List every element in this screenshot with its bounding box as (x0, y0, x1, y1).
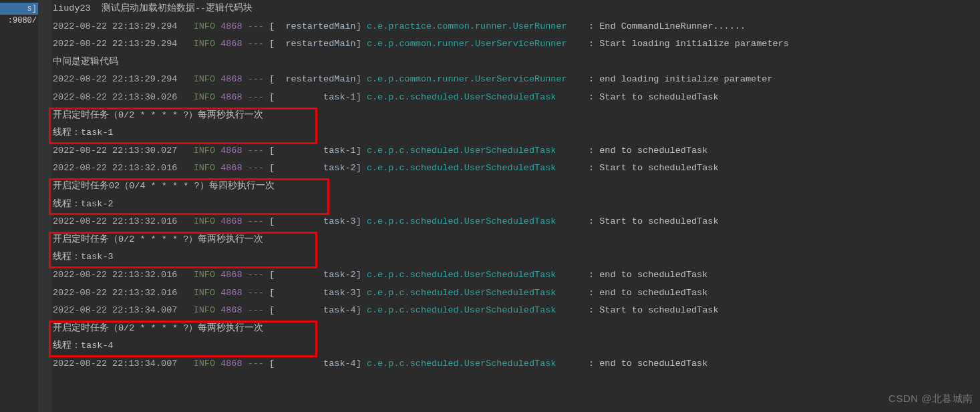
log-class: c.e.p.c.scheduled.UserScheduledTask (367, 216, 589, 226)
log-class: c.e.p.c.scheduled.UserScheduledTask (367, 270, 589, 280)
log-pid: 4868 (220, 288, 248, 298)
log-pid: 4868 (220, 163, 248, 173)
log-line: 线程：task-1 (53, 124, 980, 142)
log-timestamp: 2022-08-22 22:13:34.007 (53, 359, 188, 369)
log-class: c.e.p.c.scheduled.UserScheduledTask (367, 92, 589, 102)
log-pid: 4868 (220, 216, 248, 226)
log-text: 开启定时任务（0/2 * * * * ?）每两秒执行一次 (53, 234, 263, 244)
log-pid: 4868 (220, 305, 248, 315)
log-thread: [ task-3] (269, 216, 367, 226)
log-level: INFO (188, 39, 221, 49)
log-dash: --- (248, 92, 269, 102)
log-class: c.e.practice.common.runner.UserRunner (367, 21, 589, 31)
log-line: 线程：task-4 (53, 337, 980, 355)
log-line: 线程：task-3 (53, 248, 980, 266)
log-thread: [ task-2] (269, 163, 367, 173)
log-level: INFO (188, 270, 221, 280)
log-line: 2022-08-22 22:13:29.294 INFO 4868 --- [ … (53, 71, 980, 89)
log-dash: --- (248, 270, 269, 280)
log-class: c.e.p.common.runner.UserServiceRunner (367, 39, 589, 49)
log-timestamp: 2022-08-22 22:13:32.016 (53, 270, 188, 280)
log-line: 2022-08-22 22:13:34.007 INFO 4868 --- [ … (53, 355, 980, 373)
log-level: INFO (188, 359, 221, 369)
log-timestamp: 2022-08-22 22:13:34.007 (53, 305, 188, 315)
log-message: : Start to scheduledTask (589, 163, 718, 173)
log-message: : end to scheduledTask (589, 288, 707, 298)
log-thread: [ task-1] (269, 146, 367, 156)
log-dash: --- (248, 216, 269, 226)
log-level: INFO (188, 305, 221, 315)
log-line: 2022-08-22 22:13:34.007 INFO 4868 --- [ … (53, 302, 980, 320)
log-timestamp: 2022-08-22 22:13:32.016 (53, 216, 188, 226)
log-line: 2022-08-22 22:13:30.027 INFO 4868 --- [ … (53, 142, 980, 160)
log-class: c.e.p.c.scheduled.UserScheduledTask (367, 288, 589, 298)
log-timestamp: 2022-08-22 22:13:29.294 (53, 39, 188, 49)
log-thread: [ restartedMain] (269, 74, 367, 84)
side-tab[interactable]: s] :9080/ (0, 3, 39, 15)
log-line: 2022-08-22 22:13:29.294 INFO 4868 --- [ … (53, 35, 980, 53)
log-thread: [ task-1] (269, 92, 367, 102)
log-pid: 4868 (220, 74, 248, 84)
log-thread: [ restartedMain] (269, 21, 367, 31)
log-pid: 4868 (220, 39, 248, 49)
log-dash: --- (248, 146, 269, 156)
log-timestamp: 2022-08-22 22:13:32.016 (53, 163, 188, 173)
log-line: 2022-08-22 22:13:30.026 INFO 4868 --- [ … (53, 89, 980, 107)
log-dash: --- (248, 359, 269, 369)
log-thread: [ task-4] (269, 359, 367, 369)
log-level: INFO (188, 74, 221, 84)
log-dash: --- (248, 39, 269, 49)
log-timestamp: 2022-08-22 22:13:29.294 (53, 21, 188, 31)
log-level: INFO (188, 92, 221, 102)
log-message: : Start to scheduledTask (589, 216, 718, 226)
log-timestamp: 2022-08-22 22:13:29.294 (53, 74, 188, 84)
log-thread: [ task-4] (269, 305, 367, 315)
log-level: INFO (188, 216, 221, 226)
log-dash: --- (248, 74, 269, 84)
log-pid: 4868 (220, 359, 248, 369)
log-thread: [ task-2] (269, 270, 367, 280)
log-text: 线程：task-1 (53, 128, 114, 138)
log-thread: [ restartedMain] (269, 39, 367, 49)
log-line: 开启定时任务（0/2 * * * * ?）每两秒执行一次 (53, 320, 980, 338)
log-text: 线程：task-2 (53, 199, 114, 209)
log-dash: --- (248, 21, 269, 31)
log-class: c.e.p.c.scheduled.UserScheduledTask (367, 359, 589, 369)
log-message: : end to scheduledTask (589, 270, 707, 280)
log-pid: 4868 (220, 270, 248, 280)
log-dash: --- (248, 305, 269, 315)
log-line: 中间是逻辑代码 (53, 53, 980, 71)
log-text: 线程：task-4 (53, 341, 114, 351)
log-text: 开启定时任务（0/2 * * * * ?）每两秒执行一次 (53, 110, 263, 120)
log-line: 2022-08-22 22:13:32.016 INFO 4868 --- [ … (53, 284, 980, 302)
log-line: 开启定时任务（0/2 * * * * ?）每两秒执行一次 (53, 231, 980, 249)
log-timestamp: 2022-08-22 22:13:32.016 (53, 288, 188, 298)
log-text: 中间是逻辑代码 (53, 57, 118, 67)
log-timestamp: 2022-08-22 22:13:30.027 (53, 146, 188, 156)
log-line: 线程：task-2 (53, 196, 980, 214)
log-pid: 4868 (220, 146, 248, 156)
log-class: c.e.p.c.scheduled.UserScheduledTask (367, 305, 589, 315)
log-line: 2022-08-22 22:13:29.294 INFO 4868 --- [ … (53, 18, 980, 36)
editor-gutter (38, 0, 51, 412)
log-level: INFO (188, 21, 221, 31)
log-line: 开启定时任务（0/2 * * * * ?）每两秒执行一次 (53, 107, 980, 125)
log-level: INFO (188, 288, 221, 298)
log-line: 开启定时任务02（0/4 * * * * ?）每四秒执行一次 (53, 178, 980, 196)
log-message: : Start to scheduledTask (589, 305, 718, 315)
log-level: INFO (188, 146, 221, 156)
log-message: : Start loading initialize parameters (589, 39, 789, 49)
log-message: : end loading initialize parameter (589, 74, 772, 84)
log-dash: --- (248, 163, 269, 173)
log-line: liudy23 测试启动加载初始数据--逻辑代码块 (53, 0, 980, 18)
log-message: : end to scheduledTask (589, 359, 707, 369)
log-text: liudy23 测试启动加载初始数据--逻辑代码块 (53, 3, 253, 13)
log-pid: 4868 (220, 92, 248, 102)
log-message: : Start to scheduledTask (589, 92, 718, 102)
log-thread: [ task-3] (269, 288, 367, 298)
log-line: 2022-08-22 22:13:32.016 INFO 4868 --- [ … (53, 160, 980, 178)
log-class: c.e.p.common.runner.UserServiceRunner (367, 74, 589, 84)
log-level: INFO (188, 163, 221, 173)
log-output[interactable]: liudy23 测试启动加载初始数据--逻辑代码块2022-08-22 22:1… (53, 0, 980, 412)
log-timestamp: 2022-08-22 22:13:30.026 (53, 92, 188, 102)
